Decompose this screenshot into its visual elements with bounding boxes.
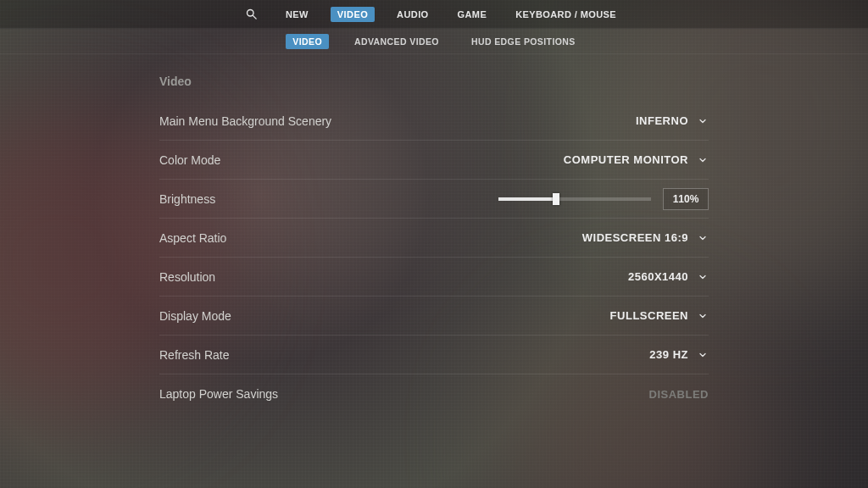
setting-value: 239 HZ — [649, 348, 688, 361]
setting-value: FULLSCREEN — [610, 309, 688, 322]
chevron-down-icon — [697, 232, 709, 244]
setting-label: Refresh Rate — [159, 348, 229, 362]
tab-keyboard-mouse[interactable]: KEYBOARD / MOUSE — [509, 7, 623, 22]
setting-row-resolution[interactable]: Resolution 2560X1440 — [159, 258, 709, 297]
setting-label: Color Mode — [159, 153, 220, 167]
setting-value: INFERNO — [636, 114, 688, 127]
setting-value: 2560X1440 — [628, 270, 688, 283]
setting-label: Brightness — [159, 192, 215, 206]
brightness-slider[interactable] — [498, 197, 651, 201]
chevron-down-icon — [697, 310, 709, 322]
setting-label: Resolution — [159, 270, 215, 284]
setting-row-aspect-ratio[interactable]: Aspect Ratio WIDESCREEN 16:9 — [159, 219, 709, 258]
section-title: Video — [159, 75, 709, 88]
setting-label: Main Menu Background Scenery — [159, 114, 331, 128]
top-tab-bar: NEW VIDEO AUDIO GAME KEYBOARD / MOUSE — [0, 0, 868, 29]
chevron-down-icon — [697, 115, 709, 127]
video-settings-panel: Video Main Menu Background Scenery INFER… — [159, 75, 709, 413]
setting-row-display-mode[interactable]: Display Mode FULLSCREEN — [159, 297, 709, 336]
subtab-video[interactable]: VIDEO — [286, 34, 329, 49]
slider-fill — [498, 197, 556, 201]
tab-new[interactable]: NEW — [279, 7, 315, 22]
tab-video[interactable]: VIDEO — [331, 7, 375, 22]
setting-row-brightness: Brightness 110% — [159, 180, 709, 219]
svg-line-1 — [253, 15, 257, 19]
main-tabs: NEW VIDEO AUDIO GAME KEYBOARD / MOUSE — [279, 7, 623, 22]
setting-value: COMPUTER MONITOR — [564, 153, 688, 166]
setting-row-refresh-rate[interactable]: Refresh Rate 239 HZ — [159, 336, 709, 374]
setting-row-background-scenery[interactable]: Main Menu Background Scenery INFERNO — [159, 102, 709, 141]
svg-point-0 — [248, 10, 254, 17]
setting-row-color-mode[interactable]: Color Mode COMPUTER MONITOR — [159, 141, 709, 180]
subtab-hud-edge-positions[interactable]: HUD EDGE POSITIONS — [465, 34, 582, 49]
chevron-down-icon — [697, 154, 709, 166]
tab-game[interactable]: GAME — [451, 7, 494, 22]
sub-tab-bar: VIDEO ADVANCED VIDEO HUD EDGE POSITIONS — [0, 29, 868, 54]
setting-label: Aspect Ratio — [159, 231, 226, 245]
setting-label: Laptop Power Savings — [159, 387, 278, 401]
setting-row-laptop-power-savings: Laptop Power Savings DISABLED — [159, 374, 709, 413]
brightness-value-box[interactable]: 110% — [663, 188, 709, 210]
chevron-down-icon — [697, 349, 709, 361]
setting-value-disabled: DISABLED — [649, 388, 709, 401]
setting-label: Display Mode — [159, 309, 231, 323]
chevron-down-icon — [697, 271, 709, 283]
search-icon[interactable] — [245, 8, 259, 21]
subtab-advanced-video[interactable]: ADVANCED VIDEO — [348, 34, 446, 49]
setting-value: WIDESCREEN 16:9 — [582, 231, 688, 244]
tab-audio[interactable]: AUDIO — [390, 7, 435, 22]
slider-handle[interactable] — [553, 193, 559, 205]
